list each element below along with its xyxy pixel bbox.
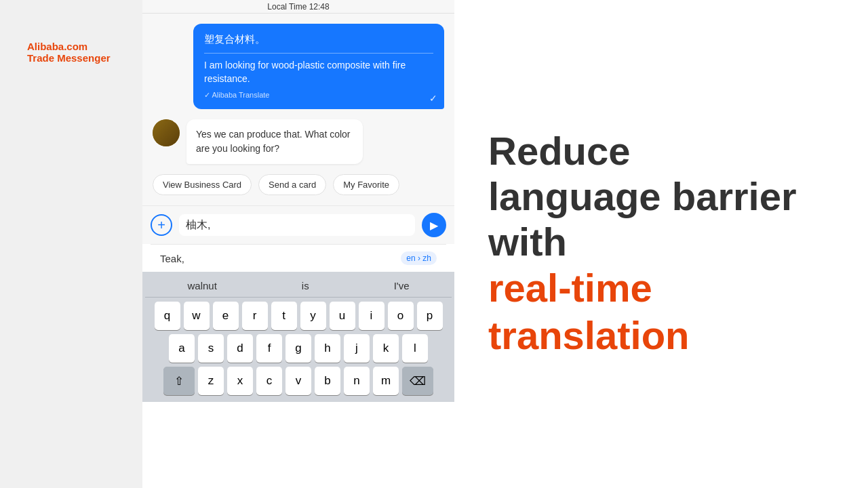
translate-label: ✓ Alibaba Translate xyxy=(204,91,433,100)
key-r[interactable]: r xyxy=(242,302,268,330)
tagline-line5: translation xyxy=(488,312,834,359)
tagline-line3: with xyxy=(488,220,834,265)
suggestion-3[interactable]: I've xyxy=(387,280,416,291)
avatar-image xyxy=(153,119,180,146)
keyboard-row-3: ⇧ z x c v b n m ⌫ xyxy=(145,367,452,395)
tagline-line4: real-time xyxy=(488,264,834,312)
key-h[interactable]: h xyxy=(315,334,340,363)
translation-text: Teak, xyxy=(160,253,184,264)
key-k[interactable]: k xyxy=(373,334,399,363)
view-business-card-button[interactable]: View Business Card xyxy=(153,174,252,195)
translation-preview: Teak, en › zh xyxy=(151,244,446,272)
keyboard-suggestions: walnut is I've xyxy=(145,277,452,298)
key-t[interactable]: t xyxy=(271,302,297,330)
add-icon: + xyxy=(157,218,165,232)
tagline-line2: language barrier xyxy=(488,174,834,220)
send-icon: ▶ xyxy=(430,219,438,232)
outgoing-chinese: 塑复合材料。 xyxy=(204,33,433,46)
brand-line2: Trade Messenger xyxy=(27,52,111,64)
key-m[interactable]: m xyxy=(373,367,399,395)
suggestion-2[interactable]: is xyxy=(295,280,316,291)
key-b[interactable]: b xyxy=(315,367,340,395)
keyboard-row-1: q w e r t y u i o p xyxy=(145,302,452,330)
outgoing-english: I am looking for wood-plastic composite … xyxy=(204,59,433,85)
tagline-container: Reduce language barrier with real-time t… xyxy=(488,129,834,359)
key-c[interactable]: c xyxy=(256,367,282,395)
key-j[interactable]: j xyxy=(344,334,370,363)
delete-key[interactable]: ⌫ xyxy=(402,367,433,395)
check-icon: ✓ xyxy=(429,93,437,104)
input-area: + ▶ xyxy=(142,205,454,244)
key-o[interactable]: o xyxy=(388,302,414,330)
key-y[interactable]: y xyxy=(300,302,326,330)
incoming-row: Yes we can produce that. What color are … xyxy=(153,119,444,164)
bubble-divider xyxy=(204,53,433,54)
outgoing-bubble: 塑复合材料。 I am looking for wood-plastic com… xyxy=(193,24,444,109)
key-l[interactable]: l xyxy=(402,334,428,363)
key-q[interactable]: q xyxy=(155,302,180,330)
keyboard-row-2: a s d f g h j k l xyxy=(145,334,452,363)
key-i[interactable]: i xyxy=(359,302,384,330)
key-w[interactable]: w xyxy=(184,302,210,330)
send-card-button[interactable]: Send a card xyxy=(258,174,326,195)
key-v[interactable]: v xyxy=(285,367,311,395)
avatar xyxy=(153,119,180,146)
add-button[interactable]: + xyxy=(151,214,172,236)
shift-key[interactable]: ⇧ xyxy=(163,367,195,395)
chat-area: 塑复合材料。 I am looking for wood-plastic com… xyxy=(142,14,454,205)
incoming-message: Yes we can produce that. What color are … xyxy=(196,129,351,154)
keyboard: walnut is I've q w e r t y u i o p a s xyxy=(142,272,454,402)
brand-line1: Alibaba.com xyxy=(27,41,111,52)
left-panel: Alibaba.com Trade Messenger Local Time 1… xyxy=(0,0,454,488)
key-f[interactable]: f xyxy=(256,334,282,363)
tagline-line1: Reduce xyxy=(488,129,834,174)
key-e[interactable]: e xyxy=(213,302,239,330)
key-a[interactable]: a xyxy=(169,334,195,363)
action-buttons: View Business Card Send a card My Favori… xyxy=(153,174,444,195)
status-bar: Local Time 12:48 xyxy=(142,0,454,14)
key-x[interactable]: x xyxy=(227,367,253,395)
key-n[interactable]: n xyxy=(344,367,370,395)
message-input[interactable] xyxy=(179,214,415,236)
suggestion-1[interactable]: walnut xyxy=(180,280,223,291)
my-favorite-button[interactable]: My Favorite xyxy=(333,174,399,195)
right-panel: Reduce language barrier with real-time t… xyxy=(454,0,868,488)
key-z[interactable]: z xyxy=(198,367,224,395)
brand-logo: Alibaba.com Trade Messenger xyxy=(27,41,111,64)
language-badge: en › zh xyxy=(401,251,437,265)
phone-screen: Local Time 12:48 塑复合材料。 I am looking for… xyxy=(142,0,454,488)
status-time: Local Time 12:48 xyxy=(267,2,329,12)
send-button[interactable]: ▶ xyxy=(422,213,446,237)
key-d[interactable]: d xyxy=(227,334,253,363)
key-s[interactable]: s xyxy=(198,334,224,363)
incoming-bubble: Yes we can produce that. What color are … xyxy=(186,119,363,164)
key-p[interactable]: p xyxy=(417,302,443,330)
key-g[interactable]: g xyxy=(285,334,311,363)
key-u[interactable]: u xyxy=(330,302,355,330)
